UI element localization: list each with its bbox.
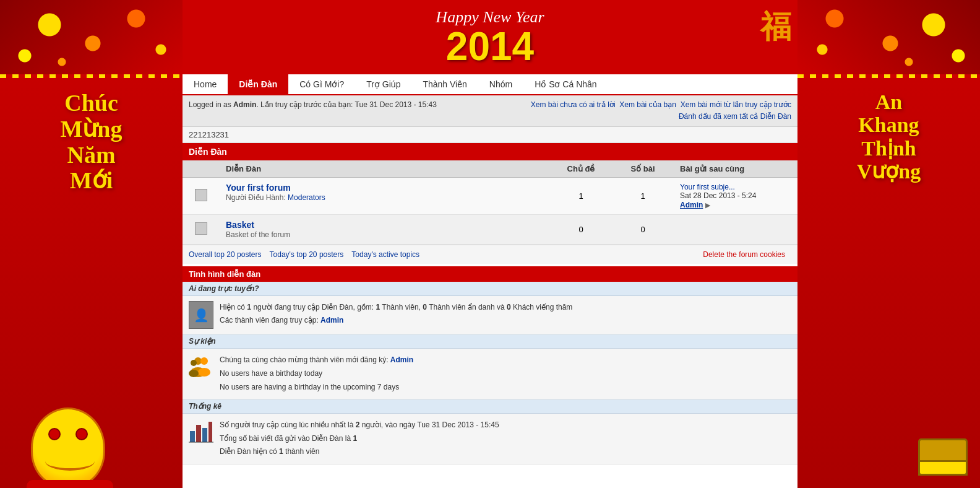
event-content: Chúng ta cùng chào mừng thành viên mới đ… <box>183 349 797 399</box>
thong-ke-section: Thống kê Số người truy cập cùng lúc nhiề… <box>183 399 797 464</box>
online-text: Hiện có 1 người đang truy cập Diễn Đàn, … <box>220 301 572 326</box>
last-post-icon: ▶ <box>705 201 710 209</box>
chart-icon <box>189 419 213 443</box>
banner: Happy New Year 2014 <box>436 8 544 66</box>
last-post-title: Your first subje... <box>680 183 791 191</box>
row2-posts: 0 <box>612 215 674 245</box>
logged-in-text: Logged in as Admin. Lần truy cập trước c… <box>189 100 437 109</box>
info-bar-right: Xem bài chưa có ai trả lời Xem bài của b… <box>531 99 791 123</box>
row1-posts: 1 <box>612 178 674 215</box>
th-topics: Chủ đề <box>550 160 612 178</box>
events-header: Sự kiện <box>183 334 797 349</box>
info-bar-left: Logged in as Admin. Lần truy cập trước c… <box>189 99 437 111</box>
nav-home[interactable]: Home <box>183 74 228 94</box>
link-active-topics[interactable]: Today's active topics <box>351 250 419 259</box>
bottom-links: Overall top 20 posters Today's top 20 po… <box>183 245 797 264</box>
th-checkbox <box>183 160 220 178</box>
online-content: 👤 Hiện có 1 người đang truy cập Diễn Đàn… <box>183 296 797 334</box>
row2-topics: 0 <box>550 215 612 245</box>
moderator-link[interactable]: Moderators <box>288 193 325 202</box>
forum-table: Diễn Đàn Chủ đề Số bài Bài gửi sau cùng … <box>183 160 797 245</box>
forum-number: 221213231 <box>183 127 797 143</box>
thong-ke-header: Thống kê <box>183 399 797 414</box>
main-content: Home Diễn Đàn Có Gì Mới? Trợ Giúp Thành … <box>183 74 797 488</box>
row1-topics: 1 <box>550 178 612 215</box>
row2-last-post <box>674 215 797 245</box>
row2-icon-cell <box>183 215 220 245</box>
link-delete-cookies[interactable]: Delete the forum cookies <box>703 250 785 259</box>
svg-rect-8 <box>202 428 207 442</box>
forum-title-link[interactable]: Your first forum <box>226 183 291 193</box>
nav-nhom[interactable]: Nhóm <box>478 74 523 94</box>
event-icon <box>189 354 213 378</box>
navbar: Home Diễn Đàn Có Gì Mới? Trợ Giúp Thành … <box>183 74 797 95</box>
events-section: Sự kiện Chúng ta cùng chào mừng thành vi… <box>183 334 797 399</box>
online-header: Ai đang trực tuyến? <box>183 282 797 296</box>
thong-ke-text: Số người truy cập cùng lúc nhiều nhất là… <box>220 419 499 459</box>
thong-ke-content: Số người truy cập cùng lúc nhiều nhất là… <box>183 414 797 464</box>
tinh-hinh-header: Tinh hình diễn đàn <box>183 266 797 282</box>
svg-rect-9 <box>208 422 212 442</box>
svg-point-2 <box>191 360 197 366</box>
row2-title-cell: Basket Basket of the forum <box>220 215 550 245</box>
banner-year: 2014 <box>436 27 544 66</box>
nav-tro-giup[interactable]: Trợ Giúp <box>355 74 411 94</box>
new-member-link[interactable]: Admin <box>390 355 413 364</box>
svg-rect-7 <box>196 425 201 442</box>
svg-rect-6 <box>190 431 195 442</box>
th-last-post: Bài gửi sau cùng <box>674 160 797 178</box>
nav-ho-so[interactable]: Hồ Sơ Cá Nhân <box>523 74 608 94</box>
moderator-label: Người Điều Hành: Moderators <box>226 193 325 202</box>
info-bar: Logged in as Admin. Lần truy cập trước c… <box>183 95 797 127</box>
row1-last-post: Your first subje... Sat 28 Dec 2013 - 5:… <box>674 178 797 215</box>
bottom-links-right: Delete the forum cookies <box>703 250 791 259</box>
svg-point-5 <box>189 370 199 377</box>
svg-point-1 <box>200 357 208 365</box>
link-mark-all[interactable]: Đánh dấu đã xem tất cả Diễn Đàn <box>679 112 791 121</box>
right-deco-text: An Khang Thịnh Vượng <box>797 78 980 196</box>
table-row: Basket Basket of the forum 0 0 <box>183 215 797 245</box>
forum-icon <box>195 222 207 235</box>
forum-basket-link[interactable]: Basket <box>226 220 254 230</box>
th-forum: Diễn Đàn <box>220 160 550 178</box>
th-posts: Số bài <box>612 160 674 178</box>
svg-point-4 <box>198 368 210 377</box>
link-my-posts[interactable]: Xem bài của bạn <box>619 100 676 109</box>
last-post-date: Sat 28 Dec 2013 - 5:24 <box>680 191 791 200</box>
avatar: 👤 <box>189 301 213 329</box>
nav-dien-dan[interactable]: Diễn Đàn <box>228 74 288 94</box>
left-deco-text: Chúc Mừng Năm Mới <box>0 78 183 206</box>
link-top20-overall[interactable]: Overall top 20 posters <box>189 250 261 259</box>
event-text: Chúng ta cùng chào mừng thành viên mới đ… <box>220 354 413 394</box>
online-section: Ai đang trực tuyến? 👤 Hiện có 1 người đa… <box>183 282 797 334</box>
online-member-link[interactable]: Admin <box>320 316 343 325</box>
table-row: Your first forum Người Điều Hành: Modera… <box>183 178 797 215</box>
nav-thanh-vien[interactable]: Thành Viên <box>411 74 478 94</box>
row1-icon-cell <box>183 178 220 215</box>
bottom-links-left: Overall top 20 posters Today's top 20 po… <box>189 250 426 259</box>
row1-title-cell: Your first forum Người Điều Hành: Modera… <box>220 178 550 215</box>
last-post-author[interactable]: Admin <box>680 201 703 209</box>
link-new-since[interactable]: Xem bài mới từ lần truy cập trước <box>681 100 791 109</box>
link-top20-today[interactable]: Today's top 20 posters <box>270 250 344 259</box>
nav-co-gi-moi[interactable]: Có Gì Mới? <box>288 74 355 94</box>
basket-description: Basket of the forum <box>226 230 290 239</box>
link-unanswered[interactable]: Xem bài chưa có ai trả lời <box>531 100 616 109</box>
forum-section-header: Diễn Đàn <box>183 143 797 160</box>
forum-icon <box>195 189 207 201</box>
